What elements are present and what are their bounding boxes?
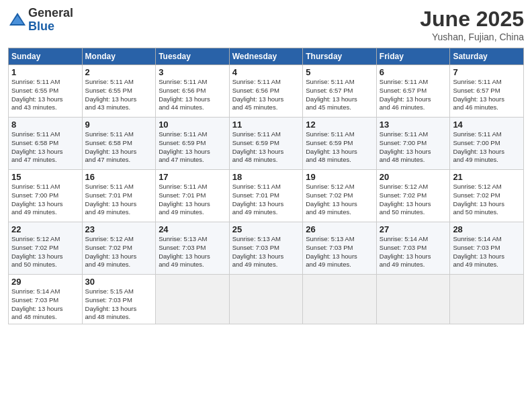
day-number: 23 <box>85 224 153 234</box>
calendar-cell: 13Sunrise: 5:11 AM Sunset: 7:00 PM Dayli… <box>376 118 450 170</box>
day-info: Sunrise: 5:12 AM Sunset: 7:02 PM Dayligh… <box>11 235 79 269</box>
logo: General Blue <box>8 7 73 34</box>
day-number: 20 <box>380 172 447 182</box>
calendar-cell: 12Sunrise: 5:11 AM Sunset: 6:59 PM Dayli… <box>303 118 377 170</box>
title-block: June 2025 Yushan, Fujian, China <box>420 7 524 42</box>
logo-icon <box>8 11 27 30</box>
day-number: 14 <box>453 120 521 130</box>
day-number: 13 <box>380 120 447 130</box>
header-wednesday: Wednesday <box>229 48 303 65</box>
page-container: General Blue June 2025 Yushan, Fujian, C… <box>0 0 532 331</box>
day-number: 11 <box>232 120 300 130</box>
calendar-cell <box>229 275 303 324</box>
day-info: Sunrise: 5:11 AM Sunset: 6:56 PM Dayligh… <box>232 78 300 112</box>
day-info: Sunrise: 5:11 AM Sunset: 6:55 PM Dayligh… <box>85 78 153 112</box>
day-number: 9 <box>85 120 153 130</box>
day-number: 7 <box>453 67 521 77</box>
calendar-cell: 10Sunrise: 5:11 AM Sunset: 6:59 PM Dayli… <box>156 118 230 170</box>
day-info: Sunrise: 5:14 AM Sunset: 7:03 PM Dayligh… <box>380 235 447 269</box>
day-number: 10 <box>159 120 226 130</box>
day-number: 19 <box>306 172 373 182</box>
header-saturday: Saturday <box>450 48 524 65</box>
calendar-week-2: 8Sunrise: 5:11 AM Sunset: 6:58 PM Daylig… <box>9 118 524 170</box>
day-number: 2 <box>85 67 153 77</box>
calendar-cell: 1Sunrise: 5:11 AM Sunset: 6:55 PM Daylig… <box>9 65 83 118</box>
calendar-cell: 23Sunrise: 5:12 AM Sunset: 7:02 PM Dayli… <box>82 222 156 275</box>
day-info: Sunrise: 5:11 AM Sunset: 6:57 PM Dayligh… <box>306 78 373 112</box>
day-info: Sunrise: 5:11 AM Sunset: 6:56 PM Dayligh… <box>159 78 226 112</box>
day-info: Sunrise: 5:14 AM Sunset: 7:03 PM Dayligh… <box>453 235 521 269</box>
calendar-cell: 8Sunrise: 5:11 AM Sunset: 6:58 PM Daylig… <box>9 118 83 170</box>
calendar-cell: 20Sunrise: 5:12 AM Sunset: 7:02 PM Dayli… <box>376 170 450 222</box>
day-info: Sunrise: 5:11 AM Sunset: 6:59 PM Dayligh… <box>232 130 300 165</box>
day-number: 15 <box>11 172 79 182</box>
day-number: 30 <box>85 277 153 287</box>
calendar-cell: 16Sunrise: 5:11 AM Sunset: 7:01 PM Dayli… <box>82 170 156 222</box>
calendar-cell <box>303 275 377 324</box>
day-number: 17 <box>159 172 226 182</box>
day-info: Sunrise: 5:11 AM Sunset: 6:58 PM Dayligh… <box>85 130 153 165</box>
day-number: 8 <box>11 120 79 130</box>
calendar-week-4: 22Sunrise: 5:12 AM Sunset: 7:02 PM Dayli… <box>9 222 524 275</box>
month-title: June 2025 <box>420 7 524 32</box>
calendar-table: Sunday Monday Tuesday Wednesday Thursday… <box>8 48 524 324</box>
day-info: Sunrise: 5:11 AM Sunset: 6:57 PM Dayligh… <box>380 78 447 112</box>
day-info: Sunrise: 5:13 AM Sunset: 7:03 PM Dayligh… <box>159 235 226 269</box>
day-info: Sunrise: 5:11 AM Sunset: 6:59 PM Dayligh… <box>306 130 373 165</box>
calendar-cell: 11Sunrise: 5:11 AM Sunset: 6:59 PM Dayli… <box>229 118 303 170</box>
day-info: Sunrise: 5:12 AM Sunset: 7:02 PM Dayligh… <box>306 183 373 217</box>
day-number: 26 <box>306 224 373 234</box>
day-number: 12 <box>306 120 373 130</box>
header-sunday: Sunday <box>9 48 83 65</box>
day-info: Sunrise: 5:15 AM Sunset: 7:03 PM Dayligh… <box>85 287 153 322</box>
day-number: 27 <box>380 224 447 234</box>
calendar-week-3: 15Sunrise: 5:11 AM Sunset: 7:00 PM Dayli… <box>9 170 524 222</box>
day-info: Sunrise: 5:14 AM Sunset: 7:03 PM Dayligh… <box>11 287 79 322</box>
header-tuesday: Tuesday <box>156 48 230 65</box>
day-number: 21 <box>453 172 521 182</box>
calendar-cell: 14Sunrise: 5:11 AM Sunset: 7:00 PM Dayli… <box>450 118 524 170</box>
calendar-cell: 21Sunrise: 5:12 AM Sunset: 7:02 PM Dayli… <box>450 170 524 222</box>
header-thursday: Thursday <box>303 48 377 65</box>
calendar-cell: 26Sunrise: 5:13 AM Sunset: 7:03 PM Dayli… <box>303 222 377 275</box>
calendar-cell: 4Sunrise: 5:11 AM Sunset: 6:56 PM Daylig… <box>229 65 303 118</box>
day-number: 29 <box>11 277 79 287</box>
day-info: Sunrise: 5:11 AM Sunset: 7:01 PM Dayligh… <box>159 183 226 217</box>
calendar-cell: 24Sunrise: 5:13 AM Sunset: 7:03 PM Dayli… <box>156 222 230 275</box>
header-friday: Friday <box>376 48 450 65</box>
day-number: 28 <box>453 224 521 234</box>
logo-blue-text: Blue <box>28 20 73 34</box>
day-number: 22 <box>11 224 79 234</box>
calendar-cell: 30Sunrise: 5:15 AM Sunset: 7:03 PM Dayli… <box>82 275 156 324</box>
calendar-cell: 17Sunrise: 5:11 AM Sunset: 7:01 PM Dayli… <box>156 170 230 222</box>
day-info: Sunrise: 5:13 AM Sunset: 7:03 PM Dayligh… <box>306 235 373 269</box>
day-info: Sunrise: 5:12 AM Sunset: 7:02 PM Dayligh… <box>85 235 153 269</box>
day-number: 5 <box>306 67 373 77</box>
day-number: 24 <box>159 224 226 234</box>
calendar-cell: 15Sunrise: 5:11 AM Sunset: 7:00 PM Dayli… <box>9 170 83 222</box>
day-number: 3 <box>159 67 226 77</box>
calendar-cell: 7Sunrise: 5:11 AM Sunset: 6:57 PM Daylig… <box>450 65 524 118</box>
calendar-week-1: 1Sunrise: 5:11 AM Sunset: 6:55 PM Daylig… <box>9 65 524 118</box>
location: Yushan, Fujian, China <box>420 32 524 42</box>
calendar-header-row: Sunday Monday Tuesday Wednesday Thursday… <box>9 48 524 65</box>
calendar-cell: 27Sunrise: 5:14 AM Sunset: 7:03 PM Dayli… <box>376 222 450 275</box>
day-number: 1 <box>11 67 79 77</box>
day-info: Sunrise: 5:11 AM Sunset: 7:00 PM Dayligh… <box>11 183 79 217</box>
day-info: Sunrise: 5:12 AM Sunset: 7:02 PM Dayligh… <box>453 183 521 217</box>
day-number: 6 <box>380 67 447 77</box>
calendar-cell: 29Sunrise: 5:14 AM Sunset: 7:03 PM Dayli… <box>9 275 83 324</box>
calendar-cell: 22Sunrise: 5:12 AM Sunset: 7:02 PM Dayli… <box>9 222 83 275</box>
calendar-cell: 2Sunrise: 5:11 AM Sunset: 6:55 PM Daylig… <box>82 65 156 118</box>
day-info: Sunrise: 5:11 AM Sunset: 6:59 PM Dayligh… <box>159 130 226 165</box>
day-info: Sunrise: 5:11 AM Sunset: 6:58 PM Dayligh… <box>11 130 79 165</box>
header-monday: Monday <box>82 48 156 65</box>
calendar-cell: 6Sunrise: 5:11 AM Sunset: 6:57 PM Daylig… <box>376 65 450 118</box>
day-info: Sunrise: 5:11 AM Sunset: 6:55 PM Dayligh… <box>11 78 79 112</box>
day-info: Sunrise: 5:11 AM Sunset: 7:00 PM Dayligh… <box>380 130 447 165</box>
calendar-cell: 5Sunrise: 5:11 AM Sunset: 6:57 PM Daylig… <box>303 65 377 118</box>
day-number: 16 <box>85 172 153 182</box>
day-info: Sunrise: 5:11 AM Sunset: 7:00 PM Dayligh… <box>453 130 521 165</box>
calendar-cell: 18Sunrise: 5:11 AM Sunset: 7:01 PM Dayli… <box>229 170 303 222</box>
calendar-cell: 19Sunrise: 5:12 AM Sunset: 7:02 PM Dayli… <box>303 170 377 222</box>
